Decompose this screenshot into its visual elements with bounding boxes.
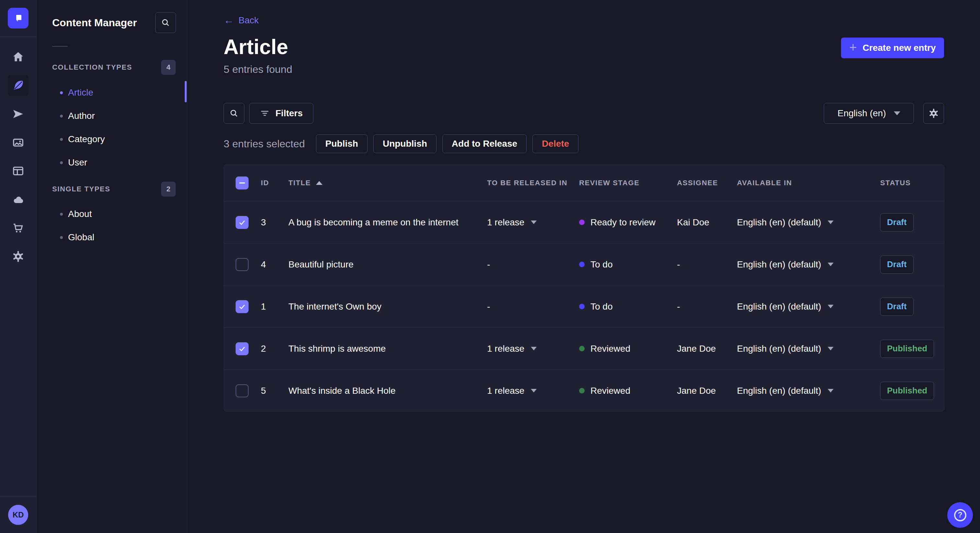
single-types-count: 2 (161, 182, 176, 197)
nav-item-releases[interactable] (8, 104, 29, 124)
nav-item-home[interactable] (8, 47, 29, 67)
table-row[interactable]: 5 What's inside a Black Hole 1 release R… (224, 370, 944, 412)
bullet-icon (60, 138, 63, 141)
nav-item-deploy[interactable] (8, 189, 29, 210)
indeterminate-dash-icon (239, 182, 245, 184)
cell-release[interactable]: 1 release (487, 344, 579, 354)
sidebar-item-article[interactable]: Article (37, 81, 187, 104)
checkmark-icon (238, 303, 246, 311)
row-checkbox[interactable] (235, 300, 248, 313)
column-header-id[interactable]: ID (261, 179, 288, 187)
cell-locale[interactable]: English (en) (default) (737, 259, 880, 270)
home-icon (12, 51, 25, 63)
sidebar-item-global[interactable]: Global (37, 226, 187, 249)
sidebar-item-user[interactable]: User (37, 151, 187, 174)
filter-icon (260, 108, 270, 118)
nav-divider (0, 36, 36, 36)
publish-button[interactable]: Publish (316, 134, 368, 153)
cell-id: 4 (261, 259, 288, 270)
section-label-collection-types: COLLECTION TYPES (52, 63, 132, 71)
cell-locale[interactable]: English (en) (default) (737, 385, 880, 396)
cell-assignee: Kai Doe (677, 217, 737, 228)
sidebar-item-category[interactable]: Category (37, 128, 187, 151)
bullet-icon (60, 161, 63, 164)
strapi-logo[interactable] (8, 8, 29, 29)
add-to-release-button[interactable]: Add to Release (442, 134, 527, 153)
stage-dot-icon (579, 388, 585, 393)
table-row[interactable]: 3 A bug is becoming a meme on the intern… (224, 201, 944, 243)
bullet-icon (60, 213, 63, 216)
cell-release[interactable]: 1 release (487, 217, 579, 228)
cell-title: The internet's Own boy (288, 301, 487, 312)
subnav-search-button[interactable] (155, 12, 176, 33)
column-header-title[interactable]: TITLE (288, 179, 487, 187)
user-avatar[interactable]: KD (8, 505, 28, 525)
locale-chevron-icon (828, 220, 834, 224)
sidebar-item-author[interactable]: Author (37, 104, 187, 128)
table-row[interactable]: 1 The internet's Own boy - To do - Engli… (224, 285, 944, 327)
nav-item-marketplace[interactable] (8, 217, 29, 238)
search-icon (161, 17, 171, 28)
subnav-divider (52, 46, 68, 47)
status-badge: Draft (880, 298, 913, 316)
strapi-logo-icon (12, 12, 25, 25)
release-chevron (531, 389, 537, 392)
cell-locale[interactable]: English (en) (default) (737, 344, 880, 354)
select-all-checkbox[interactable] (235, 176, 248, 189)
locale-chevron-icon (828, 263, 834, 266)
cell-id: 1 (261, 301, 288, 312)
cell-title: Beautiful picture (288, 259, 487, 270)
release-chevron (531, 220, 537, 224)
row-checkbox[interactable] (235, 342, 248, 355)
bullet-icon (60, 115, 63, 117)
sidebar-item-about[interactable]: About (37, 202, 187, 226)
cell-release[interactable]: - (487, 301, 579, 312)
feather-icon (12, 79, 25, 92)
nav-item-media-library[interactable] (8, 132, 29, 153)
column-header-status: STATUS (880, 179, 944, 187)
cell-review-stage: To do (579, 259, 677, 270)
search-button[interactable] (224, 103, 244, 124)
cell-locale[interactable]: English (en) (default) (737, 217, 880, 228)
plus-icon: + (850, 41, 857, 54)
back-link[interactable]: ← Back (224, 14, 259, 26)
help-button[interactable]: ? (947, 502, 973, 528)
row-checkbox[interactable] (235, 216, 248, 229)
stage-dot-icon (579, 346, 585, 351)
layout-icon (12, 165, 25, 178)
delete-button[interactable]: Delete (533, 134, 579, 153)
controls-row: Filters English (en) (224, 103, 944, 124)
chevron-down-icon (894, 111, 900, 115)
nav-item-content-type-builder[interactable] (8, 160, 29, 181)
selected-count-text: 3 entries selected (224, 138, 305, 150)
locale-select[interactable]: English (en) (824, 103, 914, 124)
table-row[interactable]: 2 This shrimp is awesome 1 release Revie… (224, 327, 944, 370)
bullet-icon (60, 91, 63, 94)
view-settings-button[interactable] (923, 103, 944, 124)
section-label-single-types: SINGLE TYPES (52, 185, 110, 194)
paper-plane-icon (12, 108, 25, 121)
cell-release[interactable]: - (487, 259, 579, 270)
checkmark-icon (238, 218, 246, 227)
cell-id: 3 (261, 217, 288, 228)
nav-item-content-manager[interactable] (8, 75, 29, 96)
cart-icon (12, 222, 25, 235)
locale-chevron-icon (828, 347, 834, 351)
cell-locale[interactable]: English (en) (default) (737, 301, 880, 312)
stage-dot-icon (579, 304, 585, 309)
row-checkbox[interactable] (235, 384, 248, 397)
unpublish-button[interactable]: Unpublish (373, 134, 436, 153)
create-new-entry-button[interactable]: + Create new entry (841, 38, 944, 58)
cell-release[interactable]: 1 release (487, 385, 579, 396)
nav-item-settings[interactable] (8, 246, 29, 267)
cell-id: 5 (261, 385, 288, 396)
content-manager-subnav: Content Manager COLLECTION TYPES 4 Artic… (37, 0, 187, 533)
release-chevron (531, 347, 537, 351)
cell-review-stage: To do (579, 301, 677, 312)
locale-chevron-icon (828, 305, 834, 308)
row-checkbox[interactable] (235, 258, 248, 271)
status-badge: Draft (880, 255, 913, 274)
table-row[interactable]: 4 Beautiful picture - To do - English (e… (224, 243, 944, 285)
subnav-scrollbar-thumb[interactable] (185, 81, 187, 102)
filters-button[interactable]: Filters (249, 103, 313, 124)
